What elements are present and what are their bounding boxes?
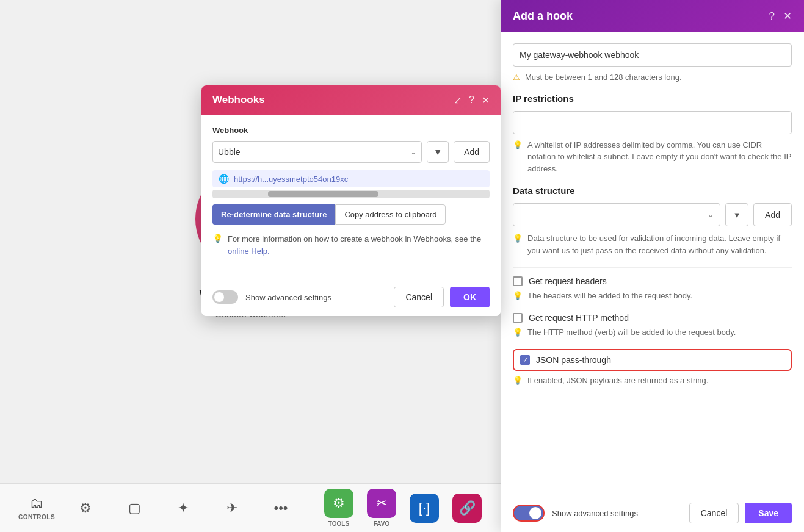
json-passthrough-row: ✓ JSON pass-through xyxy=(513,349,792,371)
toolbar-fly[interactable]: ✈ xyxy=(208,487,256,530)
advanced-settings-toggle[interactable] xyxy=(212,290,238,304)
webhook-select-row: Ubble ⌄ ▼ Add xyxy=(212,141,490,163)
help-icon[interactable]: ? xyxy=(469,95,474,106)
data-structure-hint-text: Data structure to be used for validation… xyxy=(527,232,792,256)
close-icon[interactable]: ✕ xyxy=(482,95,490,106)
divider-1 xyxy=(513,267,792,268)
url-row: 🌐 https://h...uyessmetpto54on19xc xyxy=(212,170,490,187)
rp-advanced-toggle[interactable] xyxy=(513,505,545,522)
bottom-toolbar: 🗂 CONTROLS ⚙ ▢ ✦ ✈ ••• ⚙ TOOLS ✂ FAVO [·… xyxy=(0,483,501,532)
rp-toggle-knob xyxy=(529,507,541,519)
online-help-link[interactable]: online Help. xyxy=(228,246,270,256)
data-structure-hint-icon: 💡 xyxy=(513,234,523,243)
webhooks-modal-title: Webhooks xyxy=(212,94,265,106)
favorites-label: FAVO xyxy=(374,520,389,527)
get-http-method-hint-text: The HTTP method (verb) will be added to … xyxy=(527,326,736,339)
get-http-method-label: Get request HTTP method xyxy=(529,313,629,323)
json-passthrough-label: JSON pass-through xyxy=(536,355,611,365)
toolbar-controls[interactable]: 🗂 CONTROLS xyxy=(12,487,61,530)
toggle-knob xyxy=(214,292,224,302)
get-http-method-checkbox[interactable] xyxy=(513,313,523,323)
get-headers-hint-text: The headers will be added to the request… xyxy=(527,290,692,302)
webhooks-cancel-btn[interactable]: Cancel xyxy=(394,287,444,307)
json-passthrough-hint-row: 💡 If enabled, JSON payloads are returned… xyxy=(513,375,792,387)
right-panel-help-icon[interactable]: ? xyxy=(769,10,775,23)
add-webhook-btn[interactable]: Add xyxy=(454,141,490,163)
controls-icon: 🗂 xyxy=(30,495,43,511)
data-structure-dropdown-btn[interactable]: ▼ xyxy=(725,203,748,226)
copy-address-btn[interactable]: Copy address to clipboard xyxy=(335,204,446,225)
toolbar-settings[interactable]: ⚙ xyxy=(61,487,110,530)
redetermine-btn[interactable]: Re-determine data structure xyxy=(212,204,335,225)
webhook-small-icon: 🔗 xyxy=(459,500,476,516)
context-menu: Re-determine data structure Copy address… xyxy=(212,204,490,225)
toolbar-webhook-small[interactable]: 🔗 xyxy=(446,487,488,530)
webhooks-modal-body: Webhook Ubble ⌄ ▼ Add 🌐 https://h...uyes… xyxy=(201,115,501,278)
chevron-down-icon: ⌄ xyxy=(410,148,416,156)
scrollbar[interactable] xyxy=(212,190,490,198)
json-passthrough-hint-text: If enabled, JSON payloads are returned a… xyxy=(527,375,708,387)
get-headers-checkbox[interactable] xyxy=(513,276,523,286)
right-panel-close-icon[interactable]: ✕ xyxy=(783,10,792,23)
webhook-hint-row: 💡 For more information on how to create … xyxy=(212,233,490,257)
ip-section-title: IP restrictions xyxy=(513,93,792,104)
webhook-section-label: Webhook xyxy=(212,126,490,135)
expand-icon[interactable]: ⤢ xyxy=(454,95,462,106)
json-passthrough-hint-icon: 💡 xyxy=(513,376,523,385)
toolbar-tools[interactable]: ⚙ TOOLS xyxy=(317,487,360,530)
favorites-icon: ✂ xyxy=(376,495,387,511)
add-hook-panel: Add a hook ? ✕ My gateway-webhook webhoo… xyxy=(501,0,804,532)
settings-icon: ⚙ xyxy=(79,500,92,516)
toolbar-more[interactable]: ••• xyxy=(256,487,305,530)
toolbar-bracket[interactable]: [·] xyxy=(403,487,446,530)
toolbar-favorites[interactable]: ✂ FAVO xyxy=(360,487,403,530)
name-hint-text: Must be between 1 and 128 characters lon… xyxy=(525,71,682,84)
ip-hint-icon: 💡 xyxy=(513,140,523,149)
get-http-method-hint-row: 💡 The HTTP method (verb) will be added t… xyxy=(513,326,792,339)
advanced-settings-toggle-row: Show advanced settings xyxy=(212,290,331,304)
toolbar-panel[interactable]: ▢ xyxy=(110,487,159,530)
fly-icon: ✈ xyxy=(226,500,237,516)
magic-icon: ✦ xyxy=(178,500,189,516)
data-structure-select[interactable]: ⌄ xyxy=(513,203,720,226)
data-structure-title: Data structure xyxy=(513,185,792,196)
rp-footer-btns: Cancel Save xyxy=(689,503,792,523)
ip-restrictions-input[interactable] xyxy=(513,111,792,134)
globe-icon: 🌐 xyxy=(219,174,229,184)
webhook-small-box: 🔗 xyxy=(452,494,482,523)
get-http-method-hint-icon: 💡 xyxy=(513,328,523,337)
json-passthrough-checkbox[interactable]: ✓ xyxy=(520,355,530,365)
scrollbar-thumb xyxy=(268,191,379,197)
webhooks-ok-btn[interactable]: OK xyxy=(450,287,490,307)
webhooks-modal: Webhooks ⤢ ? ✕ Webhook Ubble ⌄ ▼ Add 🌐 h… xyxy=(201,85,501,316)
data-structure-hint-row: 💡 Data structure to be used for validati… xyxy=(513,232,792,256)
get-headers-hint-icon: 💡 xyxy=(513,291,523,300)
rp-advanced-label: Show advanced settings xyxy=(552,509,638,518)
tools-label: TOOLS xyxy=(328,520,349,527)
more-icon: ••• xyxy=(273,500,288,516)
webhook-select-wrapper[interactable]: Ubble ⌄ xyxy=(212,141,422,163)
bracket-box: [·] xyxy=(410,494,439,523)
webhook-url: https://h...uyessmetpto54on19xc xyxy=(234,174,348,184)
ip-hint-text: A whitelist of IP addresses delimited by… xyxy=(527,139,792,175)
webhook-select-text: Ubble xyxy=(218,147,410,157)
ip-hint-row: 💡 A whitelist of IP addresses delimited … xyxy=(513,139,792,175)
dropdown-btn[interactable]: ▼ xyxy=(427,141,449,163)
get-headers-row: Get request headers xyxy=(513,276,792,286)
name-hint-icon: ⚠ xyxy=(513,73,520,82)
rp-save-btn[interactable]: Save xyxy=(745,503,792,523)
rp-cancel-btn[interactable]: Cancel xyxy=(689,503,739,523)
hook-name-display: My gateway-webhook webhook xyxy=(513,43,792,66)
right-panel-body: My gateway-webhook webhook ⚠ Must be bet… xyxy=(501,32,804,494)
tools-box: ⚙ xyxy=(324,489,353,518)
get-headers-hint-row: 💡 The headers will be added to the reque… xyxy=(513,290,792,302)
modal-header-icons: ⤢ ? ✕ xyxy=(454,95,490,106)
bracket-icon: [·] xyxy=(419,500,430,516)
data-structure-arrow: ⌄ xyxy=(708,210,714,219)
data-structure-row: ⌄ ▼ Add xyxy=(513,203,792,226)
toolbar-magic[interactable]: ✦ xyxy=(159,487,208,530)
data-structure-add-btn[interactable]: Add xyxy=(753,203,792,226)
right-panel-footer: Show advanced settings Cancel Save xyxy=(501,494,804,532)
panel-icon: ▢ xyxy=(128,500,141,516)
favorites-box: ✂ xyxy=(367,489,396,518)
